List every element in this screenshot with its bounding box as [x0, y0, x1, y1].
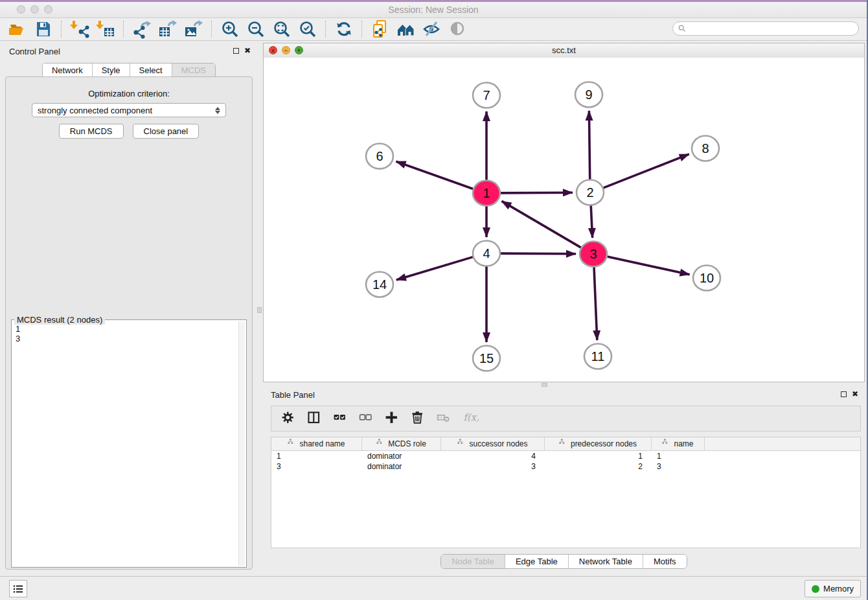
zoom-fit-icon[interactable] [272, 19, 291, 39]
first-neighbors-icon[interactable] [396, 19, 416, 39]
tab-mcds[interactable]: MCDS [172, 63, 215, 77]
column-header-name[interactable]: name [652, 437, 705, 450]
control-panel-title: Control Panel [9, 47, 60, 56]
table-cell[interactable]: 1 [545, 451, 652, 461]
export-table-icon[interactable] [158, 19, 177, 39]
edge-1-2[interactable] [501, 192, 573, 193]
node-14[interactable]: 14 [366, 272, 393, 297]
tab-select[interactable]: Select [130, 63, 172, 77]
svg-text:7: 7 [483, 88, 490, 102]
export-image-icon[interactable] [184, 19, 203, 39]
tab-network[interactable]: Network [43, 63, 92, 77]
svg-text:9: 9 [585, 87, 592, 102]
zoom-out-icon[interactable] [246, 19, 266, 39]
zoom-selected-icon[interactable] [298, 19, 317, 39]
result-scrollbar[interactable] [238, 321, 245, 566]
tab-edge-table[interactable]: Edge Table [505, 555, 568, 568]
edge-2-3[interactable] [591, 205, 592, 238]
memory-button[interactable]: Memory [805, 580, 861, 597]
table-cell[interactable]: 4 [441, 451, 545, 461]
table-cell[interactable]: 3 [441, 461, 545, 472]
deselect-all-icon[interactable] [358, 410, 375, 427]
column-header-predecessor-nodes[interactable]: predecessor nodes [545, 437, 652, 450]
table-panel-tabs: Node TableEdge TableNetwork TableMotifs [263, 554, 865, 569]
clone-network-icon[interactable] [371, 19, 390, 39]
refresh-layout-icon[interactable] [334, 19, 354, 39]
tab-style[interactable]: Style [92, 63, 130, 77]
open-session-icon[interactable] [8, 19, 27, 39]
column-header-shared-name[interactable]: shared name [271, 437, 362, 450]
search-input[interactable] [689, 23, 853, 34]
delete-row-icon[interactable] [410, 410, 427, 427]
column-header-successor-nodes[interactable]: successor nodes [441, 437, 545, 450]
task-history-button[interactable] [9, 580, 27, 597]
application-window: Session: New Session Control Panel ✖ Net… [0, 0, 868, 600]
criterion-dropdown[interactable]: strongly connected component [32, 103, 226, 117]
node-2[interactable]: 2 [577, 180, 604, 205]
node-3[interactable]: 3 [580, 242, 607, 267]
edge-1-6[interactable] [396, 161, 474, 189]
node-4[interactable]: 4 [473, 241, 500, 266]
edge-2-8[interactable] [604, 154, 689, 188]
node-1[interactable]: 1 [473, 181, 500, 206]
table-toolbar: f(x) [271, 406, 861, 432]
edge-3-11[interactable] [594, 267, 597, 340]
import-table-icon[interactable] [96, 19, 115, 39]
node-9[interactable]: 9 [575, 82, 602, 108]
node-15[interactable]: 15 [473, 346, 500, 371]
table-float-panel-icon[interactable] [841, 391, 847, 397]
table-close-panel-icon[interactable]: ✖ [852, 391, 858, 397]
table-row[interactable]: 1dominator411 [271, 451, 860, 461]
table-row[interactable]: 3dominator323 [271, 461, 860, 472]
show-columns-icon[interactable] [306, 410, 323, 427]
zoom-in-icon[interactable] [220, 19, 240, 39]
panel-splitter-handle[interactable] [257, 307, 262, 313]
float-panel-icon[interactable] [233, 48, 239, 54]
table-cell[interactable]: 1 [652, 451, 705, 461]
edge-3-10[interactable] [608, 257, 690, 275]
network-canvas[interactable]: 1234678910111415 [264, 58, 864, 382]
close-panel-icon[interactable]: ✖ [244, 47, 251, 54]
settings-gear-icon[interactable] [280, 410, 297, 427]
node-7[interactable]: 7 [473, 83, 500, 108]
control-panel-tabs: NetworkStyleSelectMCDS [3, 63, 255, 78]
edge-3-1[interactable] [502, 201, 581, 248]
edge-4-14[interactable] [396, 257, 473, 280]
hide-selected-icon[interactable] [422, 19, 442, 39]
toolbar-separator [61, 21, 62, 38]
network-window-titlebar[interactable]: x − + scc.txt [264, 43, 864, 58]
table-cell[interactable]: 3 [652, 461, 705, 472]
node-6[interactable]: 6 [366, 144, 393, 169]
tab-motifs[interactable]: Motifs [643, 555, 687, 568]
tab-network-table[interactable]: Network Table [568, 555, 643, 568]
status-bar: Memory [0, 576, 867, 600]
node-8[interactable]: 8 [692, 136, 719, 161]
save-session-icon[interactable] [34, 19, 53, 39]
table-cell[interactable]: 1 [271, 451, 362, 461]
table-panel-title: Table Panel [271, 390, 315, 400]
edge-2-9[interactable] [589, 111, 589, 179]
close-panel-button[interactable]: Close panel [133, 124, 200, 139]
show-all-icon[interactable] [448, 19, 468, 39]
column-header-MCDS-role[interactable]: MCDS role [362, 437, 441, 450]
network-graph[interactable]: 1234678910111415 [264, 58, 864, 382]
select-all-icon[interactable] [332, 410, 349, 427]
table-cell[interactable]: dominator [362, 451, 441, 461]
node-10[interactable]: 10 [693, 266, 720, 291]
mcds-result-text[interactable]: 1 3 [13, 323, 238, 566]
list-icon [13, 584, 23, 594]
export-network-icon[interactable] [132, 19, 152, 39]
edge-4-3[interactable] [501, 253, 576, 254]
window-title: Session: New Session [0, 5, 867, 15]
node-11[interactable]: 11 [584, 344, 611, 369]
search-field[interactable] [672, 21, 859, 36]
node-table: shared nameMCDS rolesuccessor nodesprede… [271, 437, 861, 548]
tab-node-table[interactable]: Node Table [441, 555, 505, 568]
network-window-title: scc.txt [264, 45, 864, 55]
add-row-icon[interactable] [384, 410, 401, 427]
table-cell[interactable]: 2 [545, 461, 652, 472]
table-cell[interactable]: dominator [362, 461, 441, 472]
import-network-icon[interactable] [70, 19, 89, 39]
table-cell[interactable]: 3 [271, 461, 362, 472]
run-mcds-button[interactable]: Run MCDS [59, 124, 124, 139]
